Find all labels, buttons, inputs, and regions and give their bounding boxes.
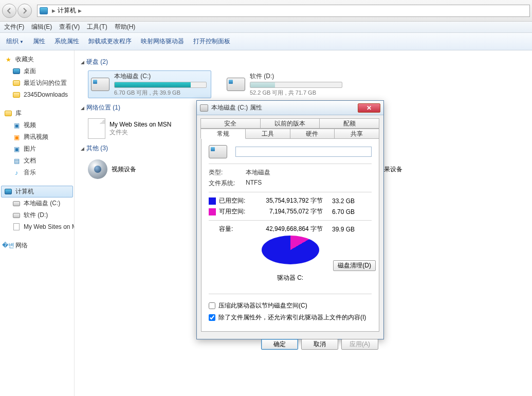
tab-tools[interactable]: 工具 [245, 129, 290, 139]
disk-cleanup-button[interactable]: 磁盘清理(D) [333, 260, 376, 271]
tree-downloads[interactable]: 2345Downloads [1, 89, 73, 100]
video-icon: ▣ [12, 121, 21, 130]
tree-desktop[interactable]: 桌面 [1, 65, 73, 77]
computer-icon [5, 189, 12, 194]
close-button[interactable]: ✕ [358, 103, 380, 113]
section-hdd[interactable]: ◢硬盘 (2) [81, 58, 526, 66]
drive-icon [91, 78, 109, 91]
menu-bar: 文件(F) 编辑(E) 查看(V) 工具(T) 帮助(H) [0, 22, 532, 33]
tree-favorites-root[interactable]: ★收藏夹 [1, 53, 73, 65]
tree-tencent[interactable]: ▣腾讯视频 [1, 131, 73, 143]
tree-network-root[interactable]: �변网络 [1, 240, 73, 251]
drive-d-item[interactable]: 软件 (D:) 52.2 GB 可用 , 共 71.7 GB [224, 70, 347, 98]
tree-videos[interactable]: ▣视频 [1, 119, 73, 131]
capacity-label: 容量: [219, 225, 253, 233]
capacity-bytes: 42,949,668,864 字节 [253, 225, 323, 233]
breadcrumb-arrow: ▶ [52, 8, 56, 13]
tab-sharing[interactable]: 共享 [334, 129, 379, 139]
drive-icon [13, 201, 20, 206]
index-checkbox[interactable] [209, 314, 215, 321]
close-icon: ✕ [366, 104, 372, 112]
tab-quota[interactable]: 配额 [319, 118, 379, 129]
tree-libraries: 库 ▣视频 ▣腾讯视频 ▣图片 ▤文档 ♪音乐 [1, 107, 73, 178]
camera-icon [88, 159, 107, 179]
free-label: 可用空间: [219, 207, 253, 216]
computer-icon [40, 7, 48, 14]
tab-panel-general: 类型:本地磁盘 文件系统:NTFS 已用空间: 35,754,913,792 字… [201, 138, 379, 332]
divider [209, 192, 372, 192]
triangle-down-icon: ◢ [81, 60, 84, 65]
address-bar[interactable]: ▶ 计算机 ▶ [37, 5, 530, 17]
drive-c-item[interactable]: 本地磁盘 (C:) 6.70 GB 可用 , 共 39.9 GB [88, 70, 211, 98]
drive-c-bar [114, 82, 207, 88]
apply-button[interactable]: 应用(A) [341, 339, 378, 350]
cancel-button[interactable]: 取消 [301, 339, 338, 350]
tab-hardware[interactable]: 硬件 [290, 129, 335, 139]
menu-view[interactable]: 查看(V) [59, 23, 80, 31]
toolbar-sysprops[interactable]: 系统属性 [54, 37, 79, 46]
toolbar-uninstall[interactable]: 卸载或更改程序 [88, 37, 132, 46]
breadcrumb-root[interactable]: 计算机 [58, 6, 76, 15]
fs-label: 文件系统: [209, 179, 246, 188]
tree-drive-d[interactable]: 软件 (D:) [1, 209, 73, 221]
tab-security[interactable]: 安全 [200, 118, 261, 129]
libraries-icon [5, 111, 12, 116]
drive-icon [200, 104, 208, 112]
netloc-name: My Web Sites on MSN [109, 121, 171, 128]
tree-drive-c[interactable]: 本地磁盘 (C:) [1, 197, 73, 209]
drive-icon [13, 213, 20, 218]
back-button[interactable] [2, 4, 16, 18]
divider [209, 220, 372, 221]
compress-label: 压缩此驱动器以节约磁盘空间(C) [218, 301, 307, 310]
toolbar-properties[interactable]: 属性 [33, 37, 45, 46]
tree-libraries-root[interactable]: 库 [1, 107, 73, 119]
other-apple-item[interactable]: 苹果设备 [378, 157, 491, 182]
tab-previous-versions[interactable]: 以前的版本 [260, 118, 320, 129]
sidebar: ★收藏夹 桌面 最近访问的位置 2345Downloads 库 ▣视频 ▣腾讯视… [0, 50, 75, 396]
tree-webdav[interactable]: My Web Sites on MSN [1, 221, 73, 232]
document-icon: ▤ [12, 157, 21, 165]
ok-button[interactable]: 确定 [261, 339, 298, 350]
index-checkbox-row[interactable]: 除了文件属性外，还允许索引此驱动器上文件的内容(I) [209, 313, 372, 322]
tree-documents[interactable]: ▤文档 [1, 155, 73, 167]
breadcrumb-arrow-2[interactable]: ▶ [78, 8, 82, 13]
menu-tools[interactable]: 工具(T) [87, 23, 107, 31]
tree-computer: 计算机 本地磁盘 (C:) 软件 (D:) My Web Sites on MS… [1, 186, 73, 232]
menu-edit[interactable]: 编辑(E) [31, 23, 52, 31]
page-icon [88, 118, 105, 139]
toolbar-mapnet[interactable]: 映射网络驱动器 [141, 37, 184, 46]
drive-d-sub: 52.2 GB 可用 , 共 71.7 GB [250, 89, 344, 97]
index-label: 除了文件属性外，还允许索引此驱动器上文件的内容(I) [218, 313, 366, 322]
file-icon [13, 223, 20, 230]
menu-help[interactable]: 帮助(H) [115, 23, 136, 31]
tree-music[interactable]: ♪音乐 [1, 167, 73, 178]
drive-d-bar [250, 82, 342, 88]
fs-value: NTFS [246, 179, 262, 188]
type-value: 本地磁盘 [246, 168, 270, 177]
compress-checkbox-row[interactable]: 压缩此驱动器以节约磁盘空间(C) [209, 301, 372, 310]
free-gb: 6.70 GB [323, 208, 355, 215]
tree-network: �변网络 [1, 240, 73, 251]
tree-pictures[interactable]: ▣图片 [1, 143, 73, 155]
used-color-swatch [209, 197, 216, 205]
menu-file[interactable]: 文件(F) [4, 23, 24, 31]
toolbar-organize[interactable]: 组织▼ [6, 37, 24, 46]
compress-checkbox[interactable] [209, 302, 215, 309]
tab-general[interactable]: 常规 [200, 129, 246, 139]
forward-button[interactable] [17, 4, 32, 18]
drive-icon [209, 145, 227, 158]
picture-icon: ▣ [12, 145, 21, 153]
tree-recent[interactable]: 最近访问的位置 [1, 77, 73, 89]
other-camera-item[interactable]: 视频设备 [88, 157, 201, 182]
netloc-item[interactable]: My Web Sites on MSN 文件夹 [88, 116, 201, 141]
free-bytes: 7,194,755,072 字节 [253, 207, 323, 216]
tree-favorites: ★收藏夹 桌面 最近访问的位置 2345Downloads [1, 53, 73, 100]
tree-computer-root[interactable]: 计算机 [1, 186, 73, 197]
dialog-titlebar[interactable]: 本地磁盘 (C:) 属性 ✕ [197, 101, 383, 115]
navigation-bar: ▶ 计算机 ▶ [0, 0, 532, 22]
toolbar-controlpanel[interactable]: 打开控制面板 [193, 37, 230, 46]
drive-name-input[interactable] [235, 147, 372, 157]
drive-caption: 驱动器 C: [277, 274, 303, 282]
divider [209, 294, 372, 294]
dialog-buttons: 确定 取消 应用(A) [197, 336, 383, 354]
